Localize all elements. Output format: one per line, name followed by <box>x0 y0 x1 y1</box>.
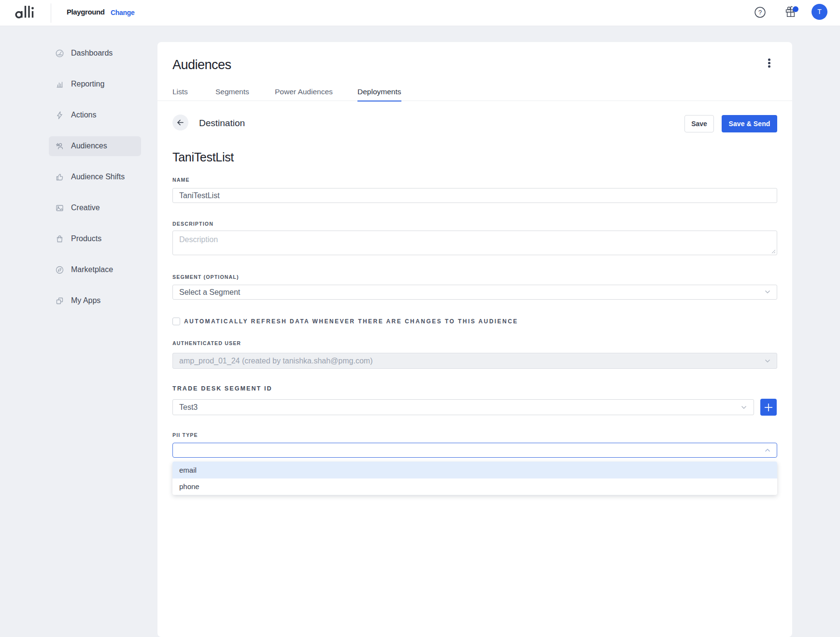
svg-text:?: ? <box>758 9 762 16</box>
